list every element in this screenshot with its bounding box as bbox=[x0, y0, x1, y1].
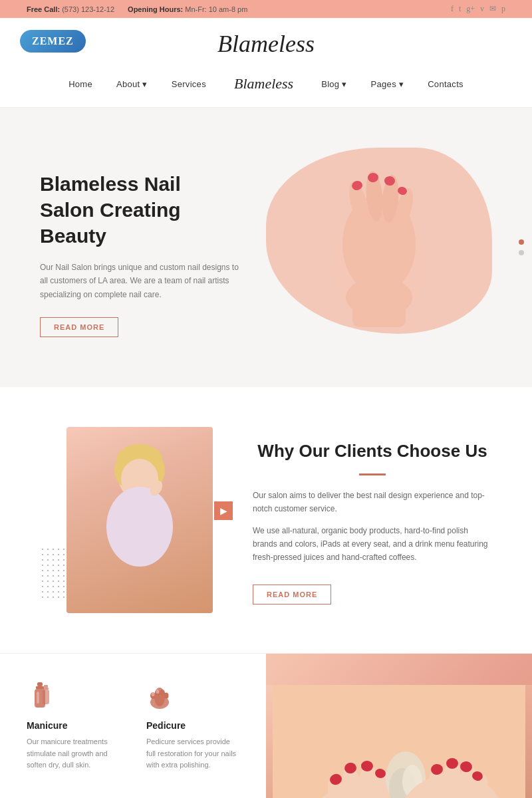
opening-hours-value: Mn-Fr: 10 am-8 pm bbox=[185, 5, 247, 13]
opening-hours-label: Opening Hours: bbox=[128, 5, 183, 13]
zemez-badge[interactable]: ZEMEZ bbox=[20, 30, 86, 53]
envelope-icon[interactable]: ✉ bbox=[489, 4, 496, 14]
why-photo bbox=[66, 427, 213, 613]
why-text-block: Why Our Clients Choose Us Our salon aims… bbox=[253, 427, 492, 604]
pedicure-title: Pedicure bbox=[146, 720, 239, 731]
manicure-description: Our manicure treatments stimulate nail g… bbox=[27, 736, 120, 771]
hero-text-block: Blameless Nail Salon Creating Beauty Our… bbox=[40, 171, 239, 337]
service-nail-art: Nail Art Let our nail artists create a s… bbox=[20, 791, 126, 798]
svg-rect-25 bbox=[43, 688, 49, 690]
service-pedicure: Pedicure Pedicure services provide full … bbox=[140, 674, 246, 778]
svg-rect-11 bbox=[352, 294, 406, 327]
main-logo[interactable]: Blameless bbox=[217, 30, 315, 58]
slide-dots bbox=[519, 239, 524, 255]
vimeo-icon[interactable]: v bbox=[480, 4, 484, 14]
zemez-text: ZEMEZ bbox=[32, 35, 74, 47]
pedicure-icon bbox=[146, 680, 173, 714]
nav-services[interactable]: Services bbox=[160, 74, 218, 94]
hero-description: Our Nail Salon brings unique and custom … bbox=[40, 261, 239, 301]
main-nav: Home About ▾ Services Blameless Blog ▾ P… bbox=[0, 63, 532, 108]
nav-logo[interactable]: Blameless bbox=[218, 70, 309, 98]
services-section: Manicure Our manicure treatments stimula… bbox=[0, 653, 532, 798]
why-arrow-button[interactable]: ▶ bbox=[214, 501, 233, 520]
header-logo-bar: ZEMEZ Blameless bbox=[0, 18, 532, 63]
hero-cta-button[interactable]: READ MORE bbox=[40, 317, 118, 337]
why-cta-button[interactable]: READ MORE bbox=[253, 585, 331, 604]
svg-rect-24 bbox=[44, 685, 48, 688]
svg-point-18 bbox=[106, 487, 173, 567]
services-hand-illustration bbox=[273, 685, 525, 798]
why-person-image bbox=[66, 427, 213, 613]
svg-point-32 bbox=[164, 693, 169, 699]
svg-point-67 bbox=[446, 758, 458, 769]
services-photo bbox=[266, 654, 532, 798]
svg-rect-26 bbox=[43, 690, 49, 704]
manicure-icon bbox=[27, 680, 53, 714]
why-section: ▶ Why Our Clients Choose Us Our salon ai… bbox=[0, 387, 532, 653]
manicure-title: Manicure bbox=[27, 720, 120, 731]
hero-title: Blameless Nail Salon Creating Beauty bbox=[40, 171, 239, 249]
pinterest-icon[interactable]: p bbox=[501, 4, 505, 14]
service-paraffin: Paraffin Wax This is a treatment for han… bbox=[140, 791, 246, 798]
why-title: Why Our Clients Choose Us bbox=[253, 440, 492, 463]
services-photo-inner bbox=[266, 685, 532, 798]
opening-hours: Opening Hours: Mn-Fr: 10 am-8 pm bbox=[128, 5, 247, 13]
svg-point-33 bbox=[152, 692, 155, 696]
why-paragraph-2: We use all-natural, organic body product… bbox=[253, 524, 492, 565]
social-icons: f t g+ v ✉ p bbox=[451, 4, 505, 14]
why-divider bbox=[359, 473, 386, 475]
why-paragraph-1: Our salon aims to deliver the best nail … bbox=[253, 489, 492, 516]
nav-contacts[interactable]: Contacts bbox=[416, 74, 475, 94]
hand-illustration bbox=[286, 164, 472, 337]
top-bar-contact-info: Free Call: (573) 123-12-12 Opening Hours… bbox=[27, 5, 247, 13]
person-silhouette bbox=[93, 440, 186, 600]
slide-dot-2[interactable] bbox=[519, 250, 524, 255]
svg-rect-20 bbox=[37, 682, 43, 686]
slide-dot-1[interactable] bbox=[519, 239, 524, 245]
svg-rect-21 bbox=[36, 686, 44, 689]
why-image-block: ▶ bbox=[40, 427, 226, 613]
hero-hand bbox=[273, 154, 485, 347]
twitter-icon[interactable]: t bbox=[459, 4, 461, 14]
nav-blog[interactable]: Blog ▾ bbox=[309, 74, 358, 94]
hero-section: Blameless Nail Salon Creating Beauty Our… bbox=[0, 108, 532, 387]
top-bar: Free Call: (573) 123-12-12 Opening Hours… bbox=[0, 0, 532, 18]
nav-pages[interactable]: Pages ▾ bbox=[359, 74, 416, 94]
free-call-number: (573) 123-12-12 bbox=[62, 5, 114, 13]
free-call: Free Call: (573) 123-12-12 bbox=[27, 5, 114, 13]
nav-home[interactable]: Home bbox=[57, 74, 104, 94]
free-call-label: Free Call: bbox=[27, 5, 60, 13]
hero-image-block bbox=[239, 148, 492, 360]
services-grid: Manicure Our manicure treatments stimula… bbox=[0, 654, 266, 798]
service-manicure: Manicure Our manicure treatments stimula… bbox=[20, 674, 126, 778]
nav-about[interactable]: About ▾ bbox=[104, 74, 160, 94]
facebook-icon[interactable]: f bbox=[451, 4, 454, 14]
svg-rect-23 bbox=[37, 692, 39, 704]
pedicure-description: Pedicure services provide full restorati… bbox=[146, 736, 239, 771]
svg-point-34 bbox=[156, 690, 160, 694]
google-plus-icon[interactable]: g+ bbox=[466, 4, 475, 14]
